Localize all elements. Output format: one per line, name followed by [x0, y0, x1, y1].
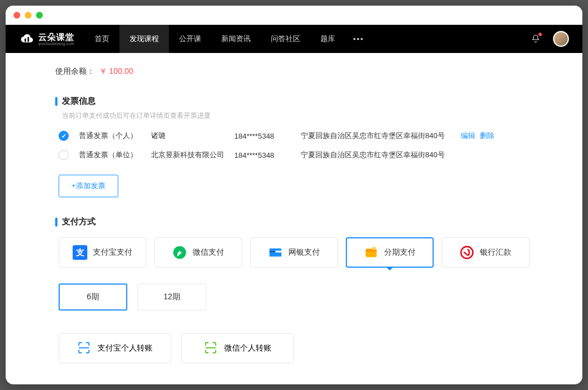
- pay-method-install[interactable]: 分期支付: [346, 237, 434, 268]
- invoice-type: 普通发票（单位）: [79, 150, 141, 160]
- pay-method-alipay[interactable]: 支支付宝支付: [59, 237, 146, 268]
- remit-icon: [460, 245, 474, 260]
- pay-method-wechat[interactable]: 微信支付: [154, 237, 242, 268]
- user-avatar[interactable]: [553, 31, 569, 47]
- invoice-type: 普通发票（个人）: [79, 131, 141, 141]
- pay-method-remit[interactable]: 银行汇款: [442, 237, 529, 268]
- invoice-address: 宁夏回族自治区吴忠市红寺堡区幸福街840号: [301, 150, 445, 160]
- transfer-options: 支付宝个人转账微信个人转账: [59, 333, 533, 364]
- svg-rect-10: [372, 247, 376, 250]
- nav-item-3[interactable]: 新闻资讯: [211, 25, 261, 53]
- app-window: 云朵课堂 yunduoketang.com 首页发现课程公开课新闻资讯问答社区题…: [6, 6, 582, 384]
- notifications-bell-icon[interactable]: [531, 34, 541, 44]
- nav-more-icon[interactable]: •••: [345, 35, 372, 43]
- cloud-logo-icon: [19, 31, 35, 47]
- nav-item-5[interactable]: 题库: [310, 25, 345, 53]
- invoice-list: 普通发票（个人）诸璐184****5348宁夏回族自治区吴忠市红寺堡区幸福街84…: [55, 131, 533, 160]
- installment-option[interactable]: 12期: [137, 283, 206, 311]
- svg-rect-12: [79, 347, 89, 348]
- invoice-radio[interactable]: [59, 131, 69, 141]
- svg-rect-1: [28, 37, 29, 42]
- invoice-phone: 184****5348: [234, 151, 291, 159]
- invoice-edit-link[interactable]: 编辑: [461, 131, 475, 140]
- invoice-row: 普通发票（单位）北京昱新科技有限公司184****5348宁夏回族自治区吴忠市红…: [59, 150, 533, 160]
- invoice-radio[interactable]: [59, 150, 69, 160]
- transfer-label: 支付宝个人转账: [97, 343, 153, 353]
- top-navbar: 云朵课堂 yunduoketang.com 首页发现课程公开课新闻资讯问答社区题…: [6, 25, 582, 53]
- invoice-address: 宁夏回族自治区吴忠市红寺堡区幸福街840号: [301, 131, 445, 141]
- transfer-label: 微信个人转账: [224, 343, 271, 353]
- transfer-wechat-transfer[interactable]: 微信个人转账: [181, 333, 294, 364]
- scan-icon: [204, 341, 217, 356]
- add-invoice-button[interactable]: +添加发票: [59, 175, 118, 197]
- pay-method-bank[interactable]: 网银支付: [250, 237, 338, 268]
- notification-dot: [538, 33, 542, 36]
- pay-method-label: 银行汇款: [480, 247, 511, 258]
- invoice-name: 诸璐: [151, 131, 224, 141]
- svg-rect-7: [269, 251, 275, 252]
- wechat-icon: [172, 245, 187, 260]
- svg-point-11: [461, 246, 473, 258]
- nav-item-0[interactable]: 首页: [84, 25, 119, 53]
- invoice-section-title: 发票信息: [55, 96, 533, 107]
- alipay-icon: 支: [73, 245, 87, 260]
- installment-options: 6期12期: [59, 283, 533, 311]
- invoice-name: 北京昱新科技有限公司: [151, 150, 224, 160]
- transfer-alipay-transfer[interactable]: 支付宝个人转账: [59, 333, 171, 364]
- install-icon: [364, 245, 378, 260]
- balance-amount: ￥ 100.00: [99, 67, 133, 76]
- payment-methods: 支支付宝支付微信支付网银支付分期支付银行汇款: [59, 237, 533, 268]
- pay-method-label: 支付宝支付: [93, 247, 132, 258]
- brand-sub: yunduoketang.com: [38, 42, 74, 46]
- page-content: 使用余额： ￥ 100.00 发票信息 当前订单支付成功后可在订单详情页查看开票…: [6, 53, 582, 384]
- pay-method-label: 微信支付: [193, 247, 224, 258]
- balance-row: 使用余额： ￥ 100.00: [55, 67, 533, 77]
- window-minimize-dot[interactable]: [25, 12, 32, 19]
- brand-logo[interactable]: 云朵课堂 yunduoketang.com: [19, 31, 74, 47]
- svg-text:支: 支: [75, 248, 84, 257]
- invoice-delete-link[interactable]: 删除: [480, 131, 495, 140]
- bank-icon: [268, 245, 283, 260]
- invoice-row: 普通发票（个人）诸璐184****5348宁夏回族自治区吴忠市红寺堡区幸福街84…: [59, 131, 533, 141]
- nav-items: 首页发现课程公开课新闻资讯问答社区题库: [84, 25, 345, 53]
- svg-rect-0: [25, 38, 26, 42]
- svg-rect-13: [206, 347, 216, 348]
- invoice-section-sub: 当前订单支付成功后可在订单详情页查看开票进度: [62, 111, 533, 121]
- window-titlebar: [6, 6, 582, 25]
- invoice-actions: 编辑删除: [461, 131, 499, 141]
- balance-label: 使用余额：: [55, 67, 95, 76]
- nav-item-2[interactable]: 公开课: [169, 25, 211, 53]
- window-close-dot[interactable]: [14, 12, 20, 19]
- nav-item-4[interactable]: 问答社区: [261, 25, 310, 53]
- pay-method-label: 分期支付: [384, 247, 416, 258]
- invoice-phone: 184****5348: [234, 132, 291, 140]
- window-maximize-dot[interactable]: [36, 12, 43, 19]
- installment-option[interactable]: 6期: [59, 283, 127, 311]
- scan-icon: [77, 341, 91, 356]
- pay-method-label: 网银支付: [288, 247, 320, 258]
- payment-section-title: 支付方式: [55, 216, 533, 227]
- nav-item-1[interactable]: 发现课程: [119, 25, 169, 53]
